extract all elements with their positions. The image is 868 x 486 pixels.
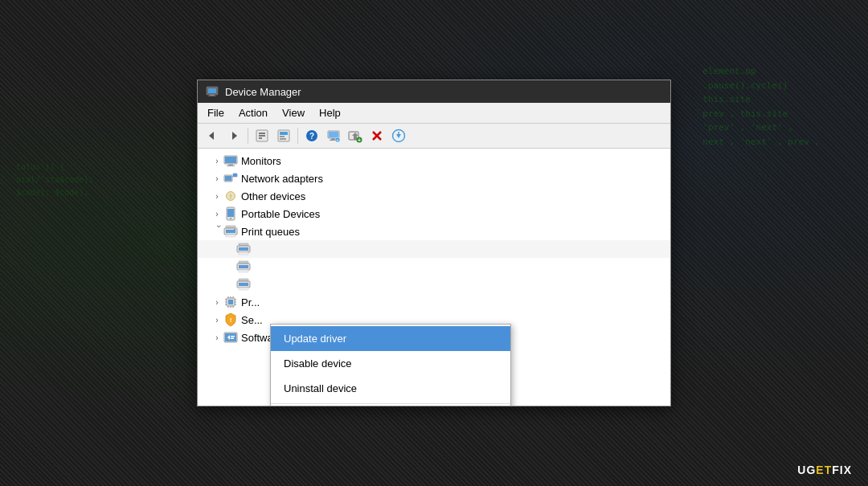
refresh-button[interactable] bbox=[274, 126, 293, 145]
monitor-button[interactable]: + bbox=[324, 126, 343, 145]
title-bar-icon bbox=[206, 85, 219, 98]
svg-rect-78 bbox=[225, 333, 236, 341]
svg-rect-34 bbox=[228, 164, 233, 165]
help-icon: ? bbox=[305, 129, 319, 143]
processors-label: Pr... bbox=[241, 296, 260, 308]
processors-icon bbox=[223, 295, 238, 309]
svg-rect-43 bbox=[227, 209, 234, 217]
security-tree-icon: ! bbox=[225, 312, 236, 327]
svg-rect-24 bbox=[354, 136, 357, 140]
tree-item-monitors[interactable]: › Monitors bbox=[198, 152, 670, 169]
context-menu-update-driver[interactable]: Update driver bbox=[271, 326, 510, 351]
monitors-icon bbox=[223, 153, 238, 168]
security-label: Se... bbox=[241, 314, 263, 326]
expand-other[interactable]: › bbox=[211, 190, 223, 202]
svg-rect-58 bbox=[239, 279, 248, 281]
download-button[interactable] bbox=[389, 126, 408, 145]
expand-network[interactable]: › bbox=[211, 172, 223, 185]
portable-tree-icon bbox=[225, 206, 236, 221]
svg-rect-35 bbox=[227, 165, 235, 166]
tree-item-printer-2[interactable] bbox=[198, 258, 670, 276]
toolbar-sep-2 bbox=[297, 128, 298, 144]
menu-bar: File Action View Help bbox=[198, 103, 670, 124]
download-icon bbox=[391, 129, 406, 143]
forward-button[interactable] bbox=[224, 126, 244, 145]
svg-text:!: ! bbox=[230, 317, 232, 324]
expand-portable[interactable]: › bbox=[211, 207, 223, 220]
monitor-icon: + bbox=[326, 129, 341, 143]
expand-monitors[interactable]: › bbox=[211, 154, 223, 167]
tree-item-printer-3[interactable] bbox=[198, 276, 670, 293]
svg-marker-5 bbox=[232, 132, 237, 140]
properties-button[interactable] bbox=[252, 126, 272, 145]
expand-processors[interactable]: › bbox=[211, 296, 223, 308]
svg-rect-37 bbox=[225, 176, 231, 181]
menu-action[interactable]: Action bbox=[232, 104, 274, 121]
watermark-fix: FIX bbox=[832, 464, 852, 476]
network-tree-icon bbox=[223, 173, 238, 184]
watermark: UGETFIX bbox=[797, 464, 852, 476]
menu-file[interactable]: File bbox=[201, 104, 231, 121]
remove-icon bbox=[371, 129, 383, 142]
tree-item-network[interactable]: › Network adapters bbox=[198, 169, 670, 187]
back-button[interactable] bbox=[203, 126, 222, 145]
tree-item-processors[interactable]: › Pr... bbox=[198, 293, 670, 311]
context-menu-uninstall-device[interactable]: Uninstall device bbox=[271, 376, 510, 401]
back-icon bbox=[206, 129, 219, 142]
svg-point-44 bbox=[230, 218, 231, 219]
background-code-left: tatus')) { otal/'sta$code); $code); $cod… bbox=[16, 161, 93, 199]
context-menu-sep-1 bbox=[271, 403, 510, 404]
svg-rect-17 bbox=[329, 132, 338, 137]
svg-rect-80 bbox=[231, 336, 235, 337]
refresh-icon bbox=[276, 129, 291, 143]
network-label: Network adapters bbox=[241, 173, 323, 185]
expand-security[interactable]: › bbox=[211, 313, 223, 326]
print-queues-label: Print queues bbox=[241, 226, 300, 238]
printer-1-tree-icon bbox=[236, 243, 251, 255]
portable-icon bbox=[223, 206, 238, 221]
svg-text:?: ? bbox=[309, 132, 314, 141]
svg-rect-3 bbox=[208, 96, 216, 96]
expand-printer-1 bbox=[223, 243, 236, 255]
remove-button[interactable] bbox=[367, 126, 387, 145]
svg-rect-38 bbox=[233, 174, 237, 177]
monitor-tree-icon bbox=[223, 155, 238, 166]
printer-2-icon bbox=[236, 259, 251, 274]
tree-item-other[interactable]: › ! Other devices bbox=[198, 187, 670, 205]
tree-item-printer-1[interactable] bbox=[198, 240, 670, 258]
monitors-label: Monitors bbox=[241, 155, 281, 167]
svg-rect-54 bbox=[239, 261, 248, 263]
expand-software[interactable]: › bbox=[211, 331, 223, 344]
expand-print-queues[interactable]: › bbox=[211, 225, 223, 238]
add-driver-button[interactable]: + bbox=[346, 126, 365, 145]
svg-rect-45 bbox=[226, 226, 235, 228]
printer-2-tree-icon bbox=[236, 260, 251, 273]
print-queues-icon bbox=[223, 224, 238, 239]
tree-item-print-queues[interactable]: › Print queues bbox=[198, 223, 670, 240]
svg-rect-61 bbox=[239, 288, 248, 290]
tree-item-portable[interactable]: › Portable Devices bbox=[198, 205, 670, 223]
svg-rect-60 bbox=[239, 283, 248, 286]
properties-icon bbox=[255, 129, 269, 143]
menu-view[interactable]: View bbox=[276, 104, 311, 121]
printer-1-icon bbox=[236, 242, 251, 256]
svg-rect-81 bbox=[231, 338, 234, 340]
svg-marker-4 bbox=[209, 132, 214, 140]
watermark-ug: UG bbox=[797, 464, 816, 476]
printer-3-tree-icon bbox=[236, 278, 251, 291]
toolbar: ? + + bbox=[198, 124, 670, 149]
context-menu-disable-device[interactable]: Disable device bbox=[271, 351, 510, 376]
svg-text:+: + bbox=[337, 137, 339, 142]
svg-rect-50 bbox=[239, 243, 248, 246]
svg-rect-11 bbox=[280, 132, 288, 135]
processors-tree-icon bbox=[224, 296, 237, 308]
title-bar: Device Manager bbox=[198, 80, 670, 103]
expand-printer-2 bbox=[223, 260, 236, 273]
software-icon bbox=[223, 330, 238, 345]
menu-help[interactable]: Help bbox=[313, 104, 347, 121]
watermark-et: ET bbox=[816, 464, 832, 476]
device-manager-window: Device Manager File Action View Help bbox=[197, 80, 671, 406]
help-button[interactable]: ? bbox=[302, 126, 321, 145]
other-devices-icon: ! bbox=[223, 189, 238, 203]
svg-text:+: + bbox=[358, 137, 361, 143]
